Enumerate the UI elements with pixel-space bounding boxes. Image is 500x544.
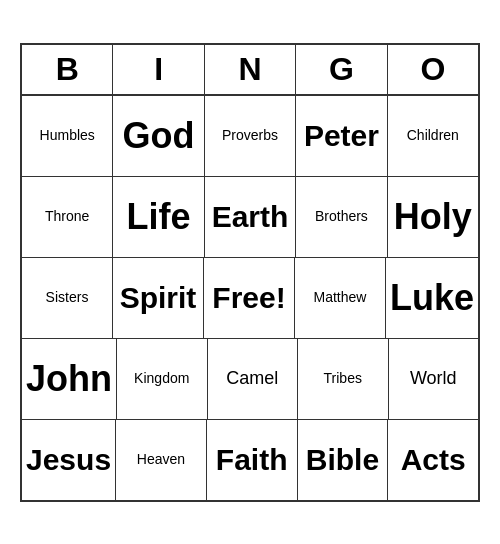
cell-text-0-3: Peter (304, 119, 379, 152)
cell-text-3-1: Kingdom (134, 371, 189, 386)
bingo-cell-2-3: Matthew (295, 258, 386, 338)
cell-text-0-4: Children (407, 128, 459, 143)
cell-text-4-4: Acts (401, 443, 466, 476)
bingo-cell-1-1: Life (113, 177, 204, 257)
cell-text-2-0: Sisters (46, 290, 89, 305)
header-letter-O: O (388, 45, 478, 96)
bingo-cell-0-0: Humbles (22, 96, 113, 176)
cell-text-3-4: World (410, 369, 457, 389)
cell-text-4-1: Heaven (137, 452, 185, 467)
bingo-row-4: JesusHeavenFaithBibleActs (22, 420, 478, 500)
cell-text-4-2: Faith (216, 443, 288, 476)
bingo-cell-4-4: Acts (388, 420, 478, 500)
header-letter-G: G (296, 45, 387, 96)
bingo-cell-1-2: Earth (205, 177, 296, 257)
cell-text-2-1: Spirit (120, 281, 197, 314)
bingo-row-0: HumblesGodProverbsPeterChildren (22, 96, 478, 177)
cell-text-2-3: Matthew (314, 290, 367, 305)
bingo-cell-2-0: Sisters (22, 258, 113, 338)
header-letter-I: I (113, 45, 204, 96)
bingo-cell-4-0: Jesus (22, 420, 116, 500)
header-letter-B: B (22, 45, 113, 96)
cell-text-4-0: Jesus (26, 443, 111, 476)
bingo-card: BINGO HumblesGodProverbsPeterChildrenThr… (20, 43, 480, 502)
cell-text-1-0: Throne (45, 209, 89, 224)
bingo-cell-2-2: Free! (204, 258, 295, 338)
bingo-cell-3-0: John (22, 339, 117, 419)
cell-text-3-2: Camel (226, 369, 278, 389)
header-letter-N: N (205, 45, 296, 96)
cell-text-1-2: Earth (212, 200, 289, 233)
bingo-row-1: ThroneLifeEarthBrothersHoly (22, 177, 478, 258)
bingo-cell-0-3: Peter (296, 96, 387, 176)
cell-text-0-0: Humbles (40, 128, 95, 143)
bingo-cell-3-3: Tribes (298, 339, 389, 419)
cell-text-4-3: Bible (306, 443, 379, 476)
bingo-cell-2-4: Luke (386, 258, 478, 338)
cell-text-3-0: John (26, 359, 112, 399)
bingo-cell-1-4: Holy (388, 177, 478, 257)
cell-text-3-3: Tribes (324, 371, 362, 386)
bingo-cell-0-2: Proverbs (205, 96, 296, 176)
cell-text-2-4: Luke (390, 278, 474, 318)
bingo-row-3: JohnKingdomCamelTribesWorld (22, 339, 478, 420)
bingo-cell-1-0: Throne (22, 177, 113, 257)
bingo-cell-3-1: Kingdom (117, 339, 208, 419)
bingo-cell-4-1: Heaven (116, 420, 207, 500)
cell-text-1-4: Holy (394, 197, 472, 237)
bingo-cell-3-2: Camel (208, 339, 299, 419)
bingo-body: HumblesGodProverbsPeterChildrenThroneLif… (22, 96, 478, 500)
bingo-cell-2-1: Spirit (113, 258, 204, 338)
bingo-cell-0-4: Children (388, 96, 478, 176)
bingo-cell-1-3: Brothers (296, 177, 387, 257)
cell-text-0-2: Proverbs (222, 128, 278, 143)
bingo-row-2: SistersSpiritFree!MatthewLuke (22, 258, 478, 339)
cell-text-1-1: Life (127, 197, 191, 237)
cell-text-0-1: God (123, 116, 195, 156)
cell-text-1-3: Brothers (315, 209, 368, 224)
bingo-cell-3-4: World (389, 339, 479, 419)
bingo-cell-4-3: Bible (298, 420, 389, 500)
bingo-header: BINGO (22, 45, 478, 96)
bingo-cell-4-2: Faith (207, 420, 298, 500)
bingo-cell-0-1: God (113, 96, 204, 176)
cell-text-2-2: Free! (212, 281, 285, 314)
